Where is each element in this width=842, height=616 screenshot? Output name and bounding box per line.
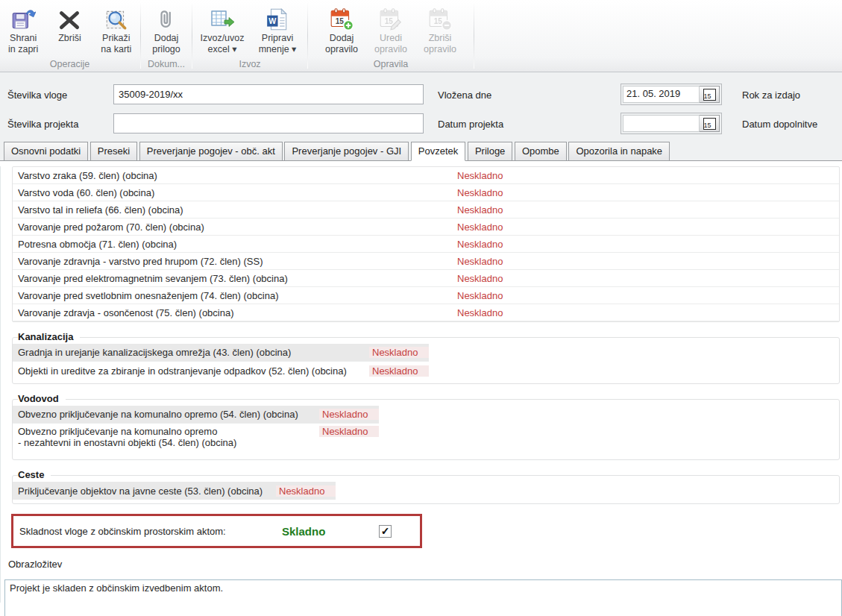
condition-row[interactable]: Potresna območja (71. člen) (obcina) Nes… [13,236,839,253]
toolbar-group-operacije: Shrani in zapri Zbriši [0,0,139,72]
application-number-label: Številka vloge [7,89,67,101]
section-title: Kanalizacija [18,331,80,342]
application-number-input[interactable] [113,84,424,104]
prepare-opinion-button[interactable]: W Pripravi mnenje ▾ [250,3,305,59]
button-label: opravilo [424,44,456,55]
group-label-opravila: Opravila [309,59,473,72]
button-label: Pripravi [262,33,293,44]
section-ceste: Ceste Priključevanje objektov na javne c… [12,475,840,504]
word-icon: W [264,6,291,33]
edit-task-button[interactable]: 15 Uredi opravilo [366,3,415,59]
condition-row[interactable]: Varovanje zdravja - osončenost (75. člen… [13,304,839,321]
button-label: na karti [101,44,131,55]
delete-task-button[interactable]: 15 Zbriši opravilo [415,3,465,59]
condition-label: Varovanje pred elektromagnetnim sevanjem… [18,273,454,284]
condition-row[interactable]: Objekti in ureditve za zbiranje in odstr… [13,362,839,380]
toolbar-group-izvoz: Izvoz/uvoz excel ▾ W Pripravi mnenje ▾ I… [193,0,307,72]
group-label-dokumenti: Dokum... [142,59,191,72]
tab-osnovni-podatki[interactable]: Osnovni podatki [4,142,88,161]
button-label: prilogo [152,44,180,55]
section-vodovod: Vodovod Obvezno priključevanje na komuna… [12,399,840,460]
status-value: Neskladno [454,170,514,181]
explanation-textarea[interactable]: Projekt je skladen z občinskim izvedbeni… [4,579,842,616]
status-value: Neskladno [369,347,429,358]
tab-opozorila-napake[interactable]: Opozorila in napake [568,142,670,161]
section-title: Vodovod [18,393,66,404]
condition-row[interactable]: Varovanje pred elektromagnetnim sevanjem… [13,270,839,287]
section-title: Ceste [18,469,51,480]
button-label: Shrani [10,33,37,44]
tab-content-povzetek: Varstvo zraka (59. člen) (obcina) Neskla… [0,166,842,603]
svg-text:15: 15 [385,17,394,25]
status-value: Neskladno [454,204,514,216]
group-separator [474,3,474,69]
project-date-calendar-button[interactable]: 15 [700,115,720,132]
condition-label: Varstvo tal in reliefa (66. člen) (obcin… [18,204,454,216]
compliance-checkbox[interactable]: ✓ [379,525,392,538]
compliance-value: Skladno [282,525,379,538]
button-label: opravilo [374,44,407,55]
tab-strip: Osnovni podatki Preseki Preverjanje pogo… [0,142,842,161]
condition-label: Varovanje zdravnja - varstvo pred hrupom… [18,256,454,267]
status-value: Neskladno [319,409,379,420]
amendment-date-label: Datum dopolnitve [742,119,817,130]
button-label: excel ▾ [208,44,237,55]
project-number-input[interactable] [113,113,424,133]
button-label: Izvoz/uvoz [200,33,244,44]
form-header: Številka vloge Številka projekta Vložena… [0,72,842,142]
condition-row[interactable]: Priključevanje objektov na javne ceste (… [13,482,336,500]
status-value: Neskladno [454,290,514,301]
button-label: opravilo [325,44,358,55]
condition-label: Potresna območja (71. člen) (obcina) [18,239,454,250]
tab-povzetek[interactable]: Povzetek [411,142,465,161]
svg-text:15: 15 [434,17,443,25]
tab-preverjanje-gji[interactable]: Preverjanje pogojev - GJI [284,142,409,161]
filed-date-calendar-button[interactable]: 15 [700,86,720,103]
condition-row[interactable]: Gradnja in urejanje kanalizacijskega omr… [13,344,429,362]
add-task-button[interactable]: 15 Dodaj opravilo [317,3,366,59]
delete-icon [56,6,83,33]
condition-label: Priključevanje objektov na javne ceste (… [18,485,276,497]
condition-row[interactable]: Varovanje pred požarom (70. člen) (obcin… [13,219,839,236]
filed-date-picker[interactable]: 21. 05. 2019 15 [620,84,722,105]
condition-label: Varovanje zdravja - osončenost (75. člen… [18,307,454,318]
button-label: Dodaj [154,33,179,44]
svg-text:15: 15 [336,17,345,25]
condition-label: Varstvo voda (60. člen) (obcina) [18,187,454,198]
tab-priloge[interactable]: Priloge [468,142,512,161]
save-close-button[interactable]: Shrani in zapri [0,3,46,59]
condition-row[interactable]: Obvezno priključevanje na komunalno opre… [13,406,379,424]
condition-row[interactable]: Varstvo voda (60. člen) (obcina) Nesklad… [13,184,839,201]
show-on-map-button[interactable]: Prikaži na karti [93,3,139,59]
condition-row[interactable]: Varstvo tal in reliefa (66. člen) (obcin… [13,201,839,219]
tab-opombe[interactable]: Opombe [515,142,567,161]
tab-preseki[interactable]: Preseki [90,142,137,161]
condition-label: Varovanje pred požarom (70. člen) (obcin… [18,221,454,233]
button-label: Dodaj [330,33,354,44]
condition-row[interactable]: Obvezno priključevanje na komunalno opre… [13,424,839,456]
condition-label: Gradnja in urejanje kanalizacijskega omr… [18,347,369,358]
excel-icon [209,6,236,33]
explanation-label: Obrazložitev [8,559,842,570]
add-attachment-button[interactable]: Dodaj prilogo [142,3,191,59]
status-value: Neskladno [454,221,514,233]
filed-date-value[interactable]: 21. 05. 2019 [623,86,700,103]
issue-deadline-label: Rok za izdajo [742,89,800,101]
condition-row[interactable]: Varstvo zraka (59. člen) (obcina) Neskla… [13,167,839,184]
condition-row[interactable]: Varovanje pred svetlobnim onesnaženjem (… [13,287,839,304]
project-date-picker[interactable]: 15 [620,113,722,134]
project-date-value[interactable] [623,115,700,132]
delete-button[interactable]: Zbriši [46,3,92,59]
group-separator [140,3,141,69]
toolbar-group-opravila: 15 Dodaj opravilo 15 [309,0,473,72]
tab-preverjanje-obc-akt[interactable]: Preverjanje pogojev - obč. akt [139,142,283,161]
group-label-izvoz: Izvoz [193,59,307,72]
section-kanalizacija: Kanalizacija Gradnja in urejanje kanaliz… [12,337,840,384]
excel-import-export-button[interactable]: Izvoz/uvoz excel ▾ [195,3,250,59]
toolbar-group-dokumenti: Dodaj prilogo Dokum... [142,0,191,72]
save-icon [10,6,37,33]
condition-row[interactable]: Varovanje zdravnja - varstvo pred hrupom… [13,253,839,270]
button-label: Zbriši [58,33,81,44]
status-value: Neskladno [454,273,514,284]
condition-label: Varstvo zraka (59. člen) (obcina) [18,170,454,181]
